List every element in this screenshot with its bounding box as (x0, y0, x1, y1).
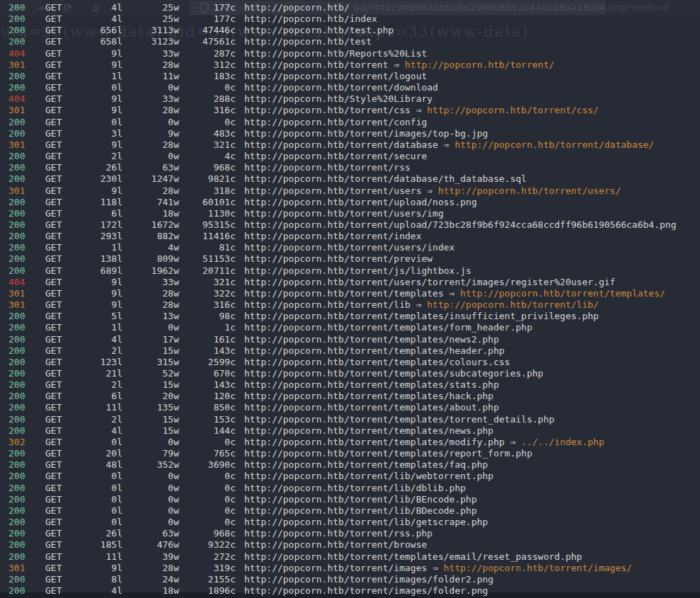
log-row: 200GET4l25w177chttp://popcorn.htb/ (0, 2, 700, 13)
http-method: GET (45, 117, 96, 128)
status-code: 200 (0, 574, 45, 585)
word-count: 52w (122, 368, 179, 379)
char-count: 0c (179, 494, 236, 505)
http-method: GET (45, 197, 96, 208)
status-code: 200 (0, 311, 45, 322)
http-method: GET (45, 231, 96, 242)
log-row: 200GET689l1962w20711chttp://popcorn.htb/… (0, 265, 700, 277)
word-count: 0w (122, 505, 179, 517)
http-method: GET (45, 139, 96, 151)
log-row: 200GET118l741w60101chttp://popcorn.htb/t… (0, 197, 700, 208)
http-method: GET (45, 402, 96, 413)
word-count: 882w (122, 231, 179, 242)
terminal-output: 200GET4l25w177chttp://popcorn.htb/200GET… (0, 2, 700, 597)
char-count: 153c (179, 414, 236, 425)
char-count: 4c (179, 151, 236, 162)
redirect-url: http://popcorn.htb/torrent/ (405, 59, 554, 71)
http-method: GET (45, 585, 96, 597)
http-method: GET (45, 539, 96, 551)
char-count: 765c (179, 448, 236, 459)
char-count: 272c (179, 551, 236, 563)
log-row: 301GET9l28w322chttp://popcorn.htb/torren… (0, 288, 700, 299)
log-row: 200GET11l135w850chttp://popcorn.htb/torr… (0, 402, 700, 413)
char-count: 483c (179, 128, 236, 139)
word-count: 1672w (122, 219, 179, 231)
request-url: http://popcorn.htb/torrent/templates/hea… (236, 345, 505, 357)
status-code: 200 (0, 208, 45, 219)
http-method: GET (45, 59, 96, 71)
line-count: 9l (96, 48, 122, 59)
line-count: 185l (96, 539, 122, 551)
line-count: 6l (96, 391, 122, 402)
request-url: http://popcorn.htb/ (236, 2, 350, 13)
line-count: 9l (96, 93, 122, 105)
request-url: http://popcorn.htb/torrent/secure (236, 151, 427, 162)
word-count: 0w (122, 437, 179, 448)
log-row: 200GET2l15w153chttp://popcorn.htb/torren… (0, 414, 700, 425)
http-method: GET (45, 93, 96, 105)
redirect-arrow-icon: ⇒ (505, 437, 521, 448)
char-count: 0c (179, 82, 236, 93)
line-count: 9l (96, 299, 122, 311)
http-method: GET (45, 391, 96, 402)
char-count: 60101c (179, 197, 236, 208)
log-row: 200GET48l352w3690chttp://popcorn.htb/tor… (0, 459, 700, 471)
word-count: 135w (122, 402, 179, 413)
request-url: http://popcorn.htb/torrent/templates/abo… (236, 402, 499, 413)
log-row: 200GET293l882w11416chttp://popcorn.htb/t… (0, 231, 700, 242)
line-count: 11l (96, 551, 122, 563)
word-count: 28w (122, 185, 179, 197)
log-row: 200GET8l24w2155chttp://popcorn.htb/torre… (0, 574, 700, 585)
word-count: 0w (122, 483, 179, 494)
http-method: GET (45, 219, 96, 231)
request-url: http://popcorn.htb/torrent/download (236, 82, 438, 93)
char-count: 0c (179, 117, 236, 128)
log-row: 200GET2l0w4chttp://popcorn.htb/torrent/s… (0, 151, 700, 162)
word-count: 476w (122, 539, 179, 551)
http-method: GET (45, 448, 96, 459)
word-count: 3113w (122, 25, 179, 36)
request-url: http://popcorn.htb/torrent/users/img (236, 208, 444, 219)
redirect-url: http://popcorn.htb/torrent/lib/ (427, 299, 599, 311)
status-code: 200 (0, 483, 45, 494)
http-method: GET (45, 437, 96, 448)
char-count: 321c (179, 139, 236, 151)
word-count: 9w (122, 128, 179, 139)
request-url: http://popcorn.htb/torrent/templates/rep… (236, 448, 532, 459)
status-code: 404 (0, 93, 45, 105)
line-count: 0l (96, 517, 122, 528)
request-url: http://popcorn.htb/torrent/database (236, 139, 438, 151)
char-count: 968c (179, 528, 236, 539)
log-row: 200GET0l0w0chttp://popcorn.htb/torrent/c… (0, 117, 700, 128)
request-url: http://popcorn.htb/torrent/images/folder… (236, 574, 493, 585)
word-count: 0w (122, 151, 179, 162)
log-row: 404GET9l33w321chttp://popcorn.htb/torren… (0, 277, 700, 288)
word-count: 17w (122, 334, 179, 345)
line-count: 9l (96, 185, 122, 197)
redirect-arrow-icon: ⇒ (389, 59, 405, 71)
status-code: 302 (0, 437, 45, 448)
request-url: http://popcorn.htb/test (236, 36, 372, 47)
request-url: http://popcorn.htb/torrent/templates/new… (236, 425, 493, 437)
line-count: 0l (96, 483, 122, 494)
word-count: 0w (122, 322, 179, 333)
char-count: 20711c (179, 265, 236, 277)
line-count: 123l (96, 357, 122, 368)
word-count: 33w (122, 93, 179, 105)
status-code: 200 (0, 414, 45, 425)
word-count: 24w (122, 574, 179, 585)
status-code: 200 (0, 551, 45, 563)
http-method: GET (45, 379, 96, 391)
http-method: GET (45, 173, 96, 185)
log-row: 200GET11l39w272chttp://popcorn.htb/torre… (0, 551, 700, 563)
word-count: 18w (122, 585, 179, 597)
http-method: GET (45, 334, 96, 345)
log-row: 200GET0l0w0chttp://popcorn.htb/torrent/l… (0, 494, 700, 505)
line-count: 658l (96, 36, 122, 47)
word-count: 28w (122, 139, 179, 151)
char-count: 9322c (179, 539, 236, 551)
status-code: 200 (0, 25, 45, 36)
char-count: 3690c (179, 459, 236, 471)
request-url: http://popcorn.htb/torrent/templates/tor… (236, 414, 554, 425)
log-row: 301GET9l28w312chttp://popcorn.htb/torren… (0, 59, 700, 71)
